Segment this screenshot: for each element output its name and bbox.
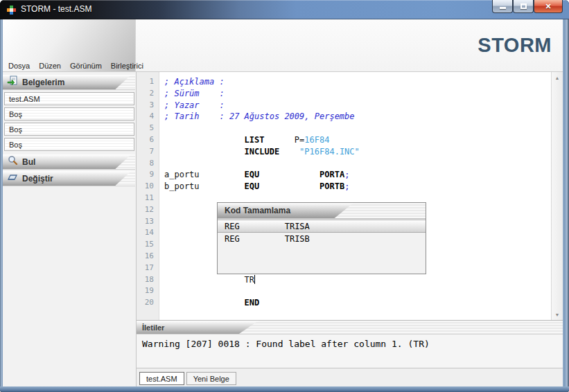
line-number: 18	[137, 274, 159, 286]
code-line[interactable]	[164, 158, 551, 170]
window-title: STORM - test.ASM	[21, 4, 91, 14]
header-area: DosyaDüzenGörünümBirleştirici STORM	[3, 19, 563, 72]
line-number: 1	[137, 76, 159, 88]
sidebar-header-label: Belgelerim	[22, 78, 64, 87]
sidebar-item-1[interactable]: Boş	[4, 107, 134, 121]
completion-item-0[interactable]: REG TRISA	[218, 220, 426, 233]
sidebar-item-list: test.ASMBoşBoşBoş	[3, 91, 136, 154]
menu-item-3[interactable]: Birleştirici	[111, 62, 143, 70]
scroll-up-icon[interactable]: ▲	[552, 72, 563, 83]
line-number: 20	[137, 297, 159, 309]
sidebar-header-content: Bul	[3, 154, 135, 169]
line-number: 13	[137, 216, 159, 228]
scroll-down-icon[interactable]: ▼	[552, 309, 563, 320]
code-segment: 16F84	[304, 135, 329, 145]
search-icon	[7, 155, 18, 169]
code-line[interactable]: ; Yazar :	[164, 100, 551, 112]
code-segment	[259, 170, 319, 179]
code-segment	[164, 298, 245, 308]
window-border-bottom	[0, 386, 569, 392]
sidebar-header-label: Değiştir	[22, 174, 53, 184]
code-line[interactable]: INCLUDE "P16F84.INC"	[164, 146, 551, 158]
replace-icon	[7, 172, 18, 186]
brand-logo: STORM	[478, 34, 552, 57]
line-number: 12	[137, 204, 159, 216]
sidebar-item-0[interactable]: test.ASM	[4, 92, 134, 105]
line-number-gutter: 1234567891011121314151617181920	[137, 72, 159, 320]
minimize-button[interactable]	[492, 0, 513, 13]
document-open-icon	[7, 75, 18, 89]
editor-scrollbar[interactable]: ▲ ▼	[551, 72, 563, 320]
code-line[interactable]	[164, 123, 551, 134]
code-segment: ;	[344, 181, 349, 191]
messages-text: Warning [207] 0018 : Found label after c…	[137, 335, 563, 368]
code-line[interactable]: ; Tarih : 27 Ağustos 2009, Perşembe	[164, 111, 551, 123]
code-line[interactable]: ; Açıklama :	[164, 76, 551, 88]
code-segment: ; Sürüm :	[164, 89, 225, 98]
popup-list: REG TRISAREG TRISB	[218, 220, 426, 246]
code-line[interactable]	[164, 285, 551, 297]
code-segment: EQU	[245, 181, 260, 191]
code-segment	[279, 147, 299, 157]
line-number: 7	[137, 146, 159, 158]
code-line[interactable]: ; Sürüm :	[164, 88, 551, 100]
messages-panel: İletiler Warning [207] 0018 : Found labe…	[137, 320, 563, 368]
line-number: 9	[137, 169, 159, 181]
code-segment: a_portu	[164, 170, 200, 179]
code-segment: PORTB	[319, 181, 344, 191]
code-segment: END	[245, 298, 260, 308]
code-segment: PORTA	[319, 170, 344, 179]
code-segment	[259, 181, 319, 191]
line-number: 2	[137, 88, 159, 100]
sidebar-header-1[interactable]: Bul	[3, 154, 135, 170]
popup-header: Kod Tamamlama	[218, 203, 426, 219]
menu-item-2[interactable]: Görünüm	[70, 62, 102, 70]
text-caret	[254, 275, 255, 284]
code-segment: ; Açıklama :	[164, 77, 225, 87]
code-area[interactable]: ; Açıklama :; Sürüm :; Yazar :; Tarih : …	[160, 72, 551, 320]
completion-item-1[interactable]: REG TRISB	[218, 233, 426, 246]
code-segment: ; Yazar :	[164, 100, 225, 110]
code-segment	[200, 181, 245, 191]
code-segment	[164, 147, 245, 157]
code-segment	[164, 135, 245, 145]
line-number: 19	[137, 285, 159, 297]
code-segment: TR	[245, 275, 254, 285]
line-number: 8	[137, 158, 159, 170]
sidebar-header-2[interactable]: Değiştir	[3, 171, 135, 186]
line-number: 10	[137, 181, 159, 193]
code-line[interactable]: TR	[164, 274, 551, 286]
close-button[interactable]: ✕	[534, 0, 563, 13]
code-line[interactable]: END	[164, 297, 551, 309]
maximize-button[interactable]	[513, 0, 534, 13]
code-segment: P=	[265, 135, 305, 145]
code-editor[interactable]: 1234567891011121314151617181920 ; Açıkla…	[137, 72, 563, 320]
minimize-icon	[500, 7, 506, 9]
sidebar-header-0[interactable]: Belgelerim	[3, 75, 135, 90]
document-tab-1[interactable]: Yeni Belge	[186, 372, 236, 385]
code-line[interactable]: b_portu EQU PORTB;	[164, 181, 551, 193]
menu-bar: DosyaDüzenGörünümBirleştirici	[8, 62, 143, 70]
title-bar: STORM - test.ASM ✕	[0, 0, 569, 19]
document-tab-0[interactable]: test.ASM	[139, 372, 184, 385]
code-segment: "P16F84.INC"	[299, 147, 360, 157]
code-segment: EQU	[245, 170, 260, 179]
menu-item-0[interactable]: Dosya	[8, 62, 30, 70]
caption-buttons: ✕	[492, 0, 563, 13]
menu-item-1[interactable]: Düzen	[39, 62, 61, 70]
sidebar-item-2[interactable]: Boş	[4, 123, 134, 136]
messages-header: İletiler	[137, 321, 563, 335]
code-segment: ; Tarih : 27 Ağustos 2009, Perşembe	[164, 112, 355, 121]
code-segment: INCLUDE	[245, 147, 280, 157]
line-number: 16	[137, 251, 159, 262]
line-number: 15	[137, 239, 159, 251]
sidebar-item-3[interactable]: Boş	[4, 138, 134, 151]
app-window: STORM - test.ASM ✕ DosyaDüzenGörünümBirl…	[0, 0, 569, 392]
code-line[interactable]: a_portu EQU PORTA;	[164, 169, 551, 181]
line-number: 11	[137, 193, 159, 204]
menu-panel: DosyaDüzenGörünümBirleştirici	[3, 19, 136, 71]
line-number: 6	[137, 134, 159, 146]
popup-title: Kod Tamamlama	[218, 203, 426, 219]
code-line[interactable]: LIST P=16F84	[164, 134, 551, 146]
document-tab-bar: test.ASMYeni Belge	[137, 368, 563, 386]
